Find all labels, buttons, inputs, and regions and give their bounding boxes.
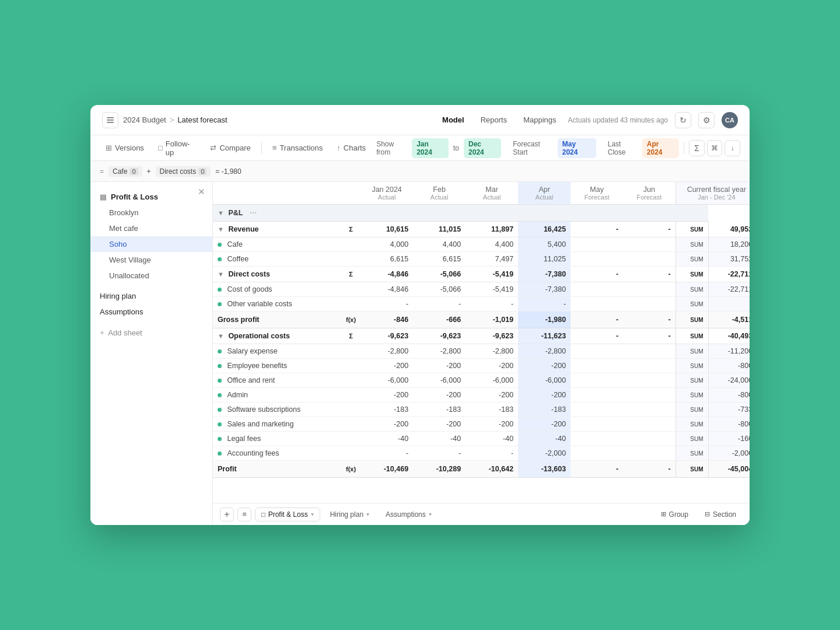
direct-costs-toggle[interactable]: ▼ (218, 271, 224, 278)
row-sales-marketing: Sales and marketing -200 -200 -200 -200 … (213, 417, 750, 432)
accounting-label: Accounting fees (227, 449, 279, 457)
revenue-label: Revenue (228, 225, 258, 233)
nav-reports[interactable]: Reports (474, 113, 514, 127)
svg-rect-1 (107, 120, 114, 121)
add-tab-button[interactable]: + (220, 508, 234, 522)
date-from-badge[interactable]: Jan 2024 (412, 138, 449, 158)
settings-button[interactable]: ⚙ (698, 112, 715, 128)
refresh-button[interactable]: ↻ (675, 112, 691, 128)
cog-mar: -5,419 (466, 282, 518, 297)
sidebar-toggle-button[interactable] (102, 112, 118, 128)
charts-button[interactable]: ↑ Charts (331, 141, 372, 155)
sales-dot (218, 422, 222, 426)
sidebar-item-brooklyn[interactable]: Brooklyn (90, 205, 212, 220)
sidebar-item-soho[interactable]: Soho (90, 236, 212, 252)
sidebar-item-west-village[interactable]: West Village (90, 252, 212, 268)
nav-model[interactable]: Model (435, 113, 471, 127)
actuals-updated-text: Actuals updated 43 minutes ago (568, 116, 668, 124)
cog-may (570, 282, 623, 297)
date-range: Show from Jan 2024 to Dec 2024 (376, 138, 501, 158)
svg-rect-2 (107, 122, 114, 123)
op-costs-toggle[interactable]: ▼ (218, 332, 224, 340)
sidebar-assumptions[interactable]: Assumptions (90, 304, 212, 320)
revenue-toggle[interactable]: ▼ (218, 226, 224, 233)
main-layout: ✕ ▤ Profit & Loss Brooklyn Met cafe Soho… (90, 182, 750, 525)
ovc-dot (218, 302, 222, 306)
group-button[interactable]: ⊞ Group (654, 508, 695, 522)
sidebar-item-met-cafe[interactable]: Met cafe (90, 220, 212, 236)
versions-icon: ⊞ (106, 144, 112, 152)
sum-icon-button[interactable]: Σ (689, 140, 705, 156)
tab-chevron-pl: ▾ (311, 511, 314, 517)
gross-profit-may: - (570, 312, 623, 328)
formula-result: = -1,980 (215, 167, 241, 176)
cog-agg (341, 282, 360, 297)
forecast-start-badge[interactable]: May 2024 (558, 138, 596, 158)
coffee-mar: 7,497 (466, 252, 518, 267)
row-admin: Admin -200 -200 -200 -200 SUM -800 (213, 388, 750, 402)
direct-costs-label: Direct costs (228, 270, 270, 278)
ovc-may (570, 297, 623, 312)
direct-costs-mar: -5,419 (466, 267, 518, 282)
versions-label: Versions (115, 144, 144, 152)
tab-assumptions[interactable]: Assumptions ▾ (379, 508, 438, 522)
last-close-badge[interactable]: Apr 2024 (642, 138, 679, 158)
section-button[interactable]: ⊟ Section (698, 508, 743, 522)
row-employee-benefits: Employee benefits -200 -200 -200 -200 SU… (213, 359, 750, 373)
scissor-icon-button[interactable]: ⌘ (707, 140, 723, 156)
gross-profit-agg: f(x) (341, 312, 360, 328)
follow-up-icon: □ (158, 144, 163, 152)
profit-may: - (570, 461, 623, 478)
spreadsheet-container[interactable]: Jan 2024 Actual Feb Actual Mar Actual (213, 182, 750, 503)
download-button[interactable]: ↓ (724, 140, 740, 156)
gross-profit-sum-label: SUM (676, 312, 708, 328)
versions-button[interactable]: ⊞ Versions (100, 141, 150, 155)
revenue-may: - (570, 222, 623, 237)
content-area: Jan 2024 Actual Feb Actual Mar Actual (213, 182, 750, 525)
sidebar-item-unallocated[interactable]: Unallocated (90, 268, 212, 284)
row-operational-costs: ▼ Operational costs Σ -9,623 -9,623 -9,6… (213, 328, 750, 344)
follow-up-label: Follow-up (166, 139, 197, 157)
divider2 (684, 142, 684, 154)
cog-label: Cost of goods (227, 285, 272, 293)
cog-feb: -5,066 (413, 282, 466, 297)
salary-mar: -2,800 (466, 344, 518, 359)
sidebar-hiring-plan[interactable]: Hiring plan (90, 288, 212, 304)
direct-costs-fiscal: -22,711 (708, 267, 750, 282)
pl-toggle[interactable]: ▼ (218, 209, 224, 216)
tab-menu-button[interactable]: ≡ (237, 508, 251, 522)
row-coffee: Coffee 6,615 6,615 7,497 11,025 SUM 31,7… (213, 252, 750, 267)
avatar[interactable]: CA (722, 112, 738, 128)
gross-profit-jan: -846 (360, 312, 413, 328)
software-label: Software subscriptions (227, 405, 300, 414)
revenue-mar: 11,897 (466, 222, 518, 237)
main-table: Jan 2024 Actual Feb Actual Mar Actual (213, 182, 750, 478)
last-close-section: Last Close Apr 2024 (608, 138, 679, 158)
col-header-feb: Feb Actual (413, 182, 466, 205)
gross-profit-apr: -1,980 (518, 312, 570, 328)
forecast-start-label: Forecast Start (513, 140, 554, 156)
nav-mappings[interactable]: Mappings (516, 113, 563, 127)
row-gross-profit: Gross profit f(x) -846 -666 -1,019 -1,98… (213, 312, 750, 328)
coffee-jan: 6,615 (360, 252, 413, 267)
direct-costs-feb: -5,066 (413, 267, 466, 282)
sidebar-pl-header[interactable]: ▤ Profit & Loss (90, 189, 212, 205)
gross-profit-feb: -666 (413, 312, 466, 328)
legal-dot (218, 437, 222, 441)
direct-costs-jun: - (623, 267, 676, 282)
follow-up-button[interactable]: □ Follow-up (152, 136, 202, 160)
charts-icon: ↑ (337, 144, 341, 152)
salary-dot (218, 349, 222, 354)
row-software: Software subscriptions -183 -183 -183 -1… (213, 402, 750, 417)
top-bar-right: Actuals updated 43 minutes ago ↻ ⚙ CA (568, 112, 738, 128)
tab-hiring-plan[interactable]: Hiring plan ▾ (324, 508, 376, 522)
sidebar-close-button[interactable]: ✕ (198, 187, 205, 197)
sidebar-add-sheet-button[interactable]: + Add sheet (90, 324, 212, 341)
top-bar: 2024 Budget > Latest forecast Model Repo… (90, 105, 750, 135)
breadcrumb-project[interactable]: 2024 Budget (123, 116, 166, 124)
date-to-badge[interactable]: Dec 2024 (464, 138, 501, 158)
compare-button[interactable]: ⇄ Compare (204, 141, 256, 155)
transactions-button[interactable]: ≡ Transactions (267, 141, 329, 155)
benefits-label: Employee benefits (227, 362, 287, 370)
tab-profit-loss[interactable]: □ Profit & Loss ▾ (255, 508, 320, 522)
